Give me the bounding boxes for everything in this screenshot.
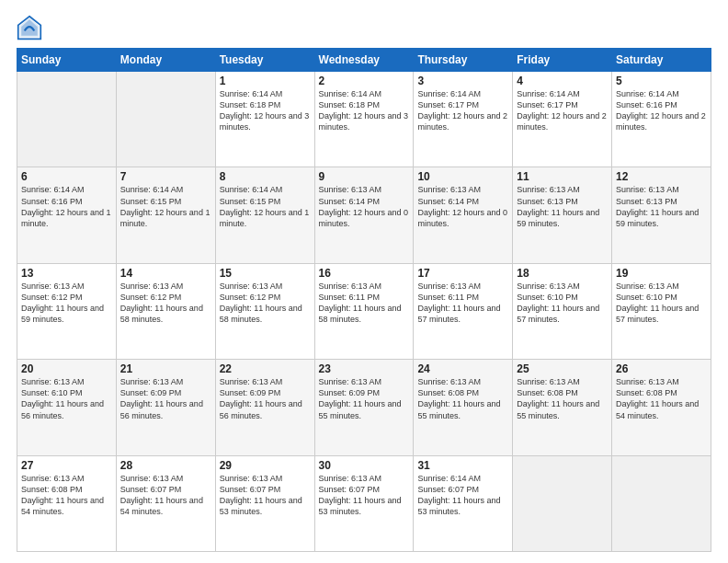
day-number: 18 (517, 267, 608, 280)
calendar-week-row: 13Sunrise: 6:13 AM Sunset: 6:12 PM Dayli… (17, 263, 711, 359)
day-number: 17 (417, 267, 508, 280)
calendar-cell (116, 72, 215, 167)
day-number: 7 (120, 170, 211, 183)
calendar-cell: 1Sunrise: 6:14 AM Sunset: 6:18 PM Daylig… (215, 72, 314, 167)
calendar-cell: 25Sunrise: 6:13 AM Sunset: 6:08 PM Dayli… (513, 360, 612, 455)
day-number: 20 (21, 362, 112, 375)
header (17, 15, 711, 40)
calendar-cell: 6Sunrise: 6:14 AM Sunset: 6:16 PM Daylig… (17, 167, 117, 263)
calendar-cell: 29Sunrise: 6:13 AM Sunset: 6:07 PM Dayli… (215, 455, 314, 551)
day-number: 21 (120, 362, 211, 375)
day-info: Sunrise: 6:13 AM Sunset: 6:12 PM Dayligh… (21, 281, 112, 326)
day-info: Sunrise: 6:13 AM Sunset: 6:10 PM Dayligh… (21, 376, 112, 421)
calendar-cell: 30Sunrise: 6:13 AM Sunset: 6:07 PM Dayli… (314, 455, 414, 551)
calendar-cell: 8Sunrise: 6:14 AM Sunset: 6:15 PM Daylig… (215, 167, 314, 263)
day-info: Sunrise: 6:13 AM Sunset: 6:09 PM Dayligh… (120, 376, 211, 421)
day-number: 3 (417, 75, 508, 87)
calendar-header: SundayMondayTuesdayWednesdayThursdayFrid… (17, 49, 711, 72)
weekday-header: Saturday (612, 49, 711, 72)
day-info: Sunrise: 6:13 AM Sunset: 6:12 PM Dayligh… (120, 281, 211, 326)
calendar-cell: 4Sunrise: 6:14 AM Sunset: 6:17 PM Daylig… (513, 72, 612, 167)
day-info: Sunrise: 6:14 AM Sunset: 6:15 PM Dayligh… (220, 184, 311, 229)
day-info: Sunrise: 6:13 AM Sunset: 6:11 PM Dayligh… (319, 281, 410, 326)
day-info: Sunrise: 6:13 AM Sunset: 6:13 PM Dayligh… (517, 184, 608, 229)
logo-icon (17, 15, 42, 40)
calendar-cell: 26Sunrise: 6:13 AM Sunset: 6:08 PM Dayli… (612, 360, 711, 455)
weekday-header: Tuesday (215, 49, 314, 72)
day-info: Sunrise: 6:13 AM Sunset: 6:08 PM Dayligh… (417, 376, 508, 421)
weekday-header: Monday (116, 49, 215, 72)
day-info: Sunrise: 6:13 AM Sunset: 6:07 PM Dayligh… (319, 473, 410, 518)
day-number: 6 (21, 170, 112, 183)
calendar-cell: 31Sunrise: 6:14 AM Sunset: 6:07 PM Dayli… (414, 455, 513, 551)
day-number: 9 (319, 170, 410, 183)
day-info: Sunrise: 6:13 AM Sunset: 6:08 PM Dayligh… (517, 376, 608, 421)
day-number: 5 (616, 75, 707, 87)
calendar-cell: 3Sunrise: 6:14 AM Sunset: 6:17 PM Daylig… (414, 72, 513, 167)
calendar-cell: 16Sunrise: 6:13 AM Sunset: 6:11 PM Dayli… (314, 263, 414, 359)
day-info: Sunrise: 6:14 AM Sunset: 6:15 PM Dayligh… (120, 184, 211, 229)
weekday-header: Sunday (17, 49, 117, 72)
day-info: Sunrise: 6:13 AM Sunset: 6:07 PM Dayligh… (120, 473, 211, 518)
calendar-cell: 14Sunrise: 6:13 AM Sunset: 6:12 PM Dayli… (116, 263, 215, 359)
calendar-cell: 18Sunrise: 6:13 AM Sunset: 6:10 PM Dayli… (513, 263, 612, 359)
calendar-cell: 7Sunrise: 6:14 AM Sunset: 6:15 PM Daylig… (116, 167, 215, 263)
day-number: 25 (517, 362, 608, 375)
day-info: Sunrise: 6:13 AM Sunset: 6:14 PM Dayligh… (417, 184, 508, 229)
calendar-cell: 27Sunrise: 6:13 AM Sunset: 6:08 PM Dayli… (17, 455, 117, 551)
day-number: 27 (21, 459, 112, 472)
day-info: Sunrise: 6:13 AM Sunset: 6:08 PM Dayligh… (616, 376, 707, 421)
calendar-table: SundayMondayTuesdayWednesdayThursdayFrid… (17, 48, 711, 552)
day-number: 4 (517, 75, 608, 87)
day-info: Sunrise: 6:14 AM Sunset: 6:18 PM Dayligh… (220, 88, 311, 133)
day-info: Sunrise: 6:14 AM Sunset: 6:07 PM Dayligh… (417, 473, 508, 518)
day-number: 13 (21, 267, 112, 280)
day-number: 11 (517, 170, 608, 183)
day-info: Sunrise: 6:13 AM Sunset: 6:09 PM Dayligh… (220, 376, 311, 421)
day-info: Sunrise: 6:14 AM Sunset: 6:16 PM Dayligh… (21, 184, 112, 229)
day-number: 10 (417, 170, 508, 183)
day-info: Sunrise: 6:13 AM Sunset: 6:11 PM Dayligh… (417, 281, 508, 326)
day-info: Sunrise: 6:13 AM Sunset: 6:13 PM Dayligh… (616, 184, 707, 229)
calendar-cell: 5Sunrise: 6:14 AM Sunset: 6:16 PM Daylig… (612, 72, 711, 167)
day-info: Sunrise: 6:13 AM Sunset: 6:12 PM Dayligh… (220, 281, 311, 326)
day-number: 31 (417, 459, 508, 472)
calendar-cell: 13Sunrise: 6:13 AM Sunset: 6:12 PM Dayli… (17, 263, 117, 359)
day-number: 29 (220, 459, 311, 472)
calendar-cell: 22Sunrise: 6:13 AM Sunset: 6:09 PM Dayli… (215, 360, 314, 455)
calendar-cell: 19Sunrise: 6:13 AM Sunset: 6:10 PM Dayli… (612, 263, 711, 359)
day-number: 15 (220, 267, 311, 280)
day-info: Sunrise: 6:13 AM Sunset: 6:10 PM Dayligh… (517, 281, 608, 326)
calendar-week-row: 6Sunrise: 6:14 AM Sunset: 6:16 PM Daylig… (17, 167, 711, 263)
calendar-page: SundayMondayTuesdayWednesdayThursdayFrid… (0, 0, 728, 563)
day-number: 30 (319, 459, 410, 472)
calendar-cell: 23Sunrise: 6:13 AM Sunset: 6:09 PM Dayli… (314, 360, 414, 455)
weekday-header: Friday (513, 49, 612, 72)
calendar-cell: 9Sunrise: 6:13 AM Sunset: 6:14 PM Daylig… (314, 167, 414, 263)
calendar-cell: 28Sunrise: 6:13 AM Sunset: 6:07 PM Dayli… (116, 455, 215, 551)
day-info: Sunrise: 6:13 AM Sunset: 6:10 PM Dayligh… (616, 281, 707, 326)
calendar-cell: 15Sunrise: 6:13 AM Sunset: 6:12 PM Dayli… (215, 263, 314, 359)
day-info: Sunrise: 6:14 AM Sunset: 6:18 PM Dayligh… (319, 88, 410, 133)
weekday-header: Thursday (414, 49, 513, 72)
calendar-cell: 17Sunrise: 6:13 AM Sunset: 6:11 PM Dayli… (414, 263, 513, 359)
day-number: 23 (319, 362, 410, 375)
day-number: 26 (616, 362, 707, 375)
day-info: Sunrise: 6:13 AM Sunset: 6:07 PM Dayligh… (220, 473, 311, 518)
calendar-cell: 2Sunrise: 6:14 AM Sunset: 6:18 PM Daylig… (314, 72, 414, 167)
day-number: 28 (120, 459, 211, 472)
calendar-week-row: 27Sunrise: 6:13 AM Sunset: 6:08 PM Dayli… (17, 455, 711, 551)
calendar-cell: 20Sunrise: 6:13 AM Sunset: 6:10 PM Dayli… (17, 360, 117, 455)
day-number: 24 (417, 362, 508, 375)
day-info: Sunrise: 6:13 AM Sunset: 6:09 PM Dayligh… (319, 376, 410, 421)
day-number: 2 (319, 75, 410, 87)
calendar-cell: 11Sunrise: 6:13 AM Sunset: 6:13 PM Dayli… (513, 167, 612, 263)
calendar-cell: 24Sunrise: 6:13 AM Sunset: 6:08 PM Dayli… (414, 360, 513, 455)
day-info: Sunrise: 6:14 AM Sunset: 6:16 PM Dayligh… (616, 88, 707, 133)
day-info: Sunrise: 6:14 AM Sunset: 6:17 PM Dayligh… (517, 88, 608, 133)
calendar-cell: 12Sunrise: 6:13 AM Sunset: 6:13 PM Dayli… (612, 167, 711, 263)
day-number: 14 (120, 267, 211, 280)
calendar-cell (17, 72, 117, 167)
weekday-row: SundayMondayTuesdayWednesdayThursdayFrid… (17, 49, 711, 72)
calendar-cell: 21Sunrise: 6:13 AM Sunset: 6:09 PM Dayli… (116, 360, 215, 455)
